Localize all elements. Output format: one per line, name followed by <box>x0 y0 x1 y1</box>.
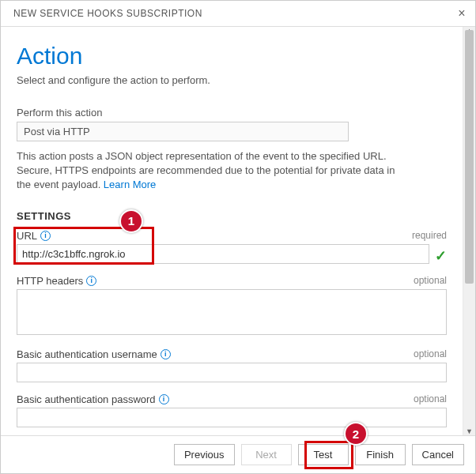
perform-action-label: Perform this action <box>17 107 447 118</box>
action-description-text: This action posts a JSON object represen… <box>17 150 395 190</box>
perform-action-value[interactable]: Post via HTTP <box>17 122 349 141</box>
info-icon[interactable]: i <box>40 231 51 241</box>
auth-user-input[interactable] <box>17 363 447 382</box>
url-input[interactable] <box>17 244 429 264</box>
cancel-button[interactable]: Cancel <box>412 444 464 465</box>
settings-heading: SETTINGS <box>17 210 447 222</box>
dialog-titlebar: NEW SERVICE HOOKS SUBSCRIPTION × <box>1 1 475 27</box>
scrollbar[interactable]: ▲ ▼ <box>463 27 475 435</box>
info-icon[interactable]: i <box>161 349 171 359</box>
dialog-content: Action Select and configure the action t… <box>1 27 463 435</box>
learn-more-link[interactable]: Learn More <box>104 179 156 190</box>
optional-tag: optional <box>414 275 447 286</box>
headers-input[interactable] <box>17 289 447 335</box>
optional-tag: optional <box>414 348 447 359</box>
test-button[interactable]: Test <box>298 444 349 465</box>
headers-row: HTTP headers i optional <box>17 275 447 337</box>
close-icon[interactable]: × <box>458 7 466 20</box>
scrollbar-thumb[interactable] <box>465 30 474 284</box>
auth-user-label: Basic authentication username <box>17 348 157 360</box>
optional-tag: optional <box>414 393 447 404</box>
dialog-title: NEW SERVICE HOOKS SUBSCRIPTION <box>13 8 202 19</box>
next-button: Next <box>241 444 292 465</box>
action-description: This action posts a JSON object represen… <box>17 149 396 193</box>
info-icon[interactable]: i <box>159 394 169 404</box>
scroll-down-icon[interactable]: ▼ <box>463 427 475 435</box>
required-tag: required <box>412 230 447 241</box>
auth-pass-label: Basic authentication password <box>17 393 156 405</box>
page-subtitle: Select and configure the action to perfo… <box>17 74 447 86</box>
auth-pass-row: Basic authentication password i optional <box>17 393 447 427</box>
headers-label: HTTP headers <box>17 275 83 287</box>
page-title: Action <box>17 43 447 70</box>
auth-pass-input[interactable] <box>17 408 447 427</box>
finish-button[interactable]: Finish <box>355 444 406 465</box>
info-icon[interactable]: i <box>86 276 96 286</box>
url-row: URL i required ✓ 1 <box>17 230 447 264</box>
previous-button[interactable]: Previous <box>174 444 235 465</box>
dialog-footer: Previous Next Test Finish Cancel 2 <box>1 435 475 473</box>
checkmark-icon: ✓ <box>435 247 447 265</box>
url-label: URL <box>17 230 37 242</box>
auth-user-row: Basic authentication username i optional <box>17 348 447 382</box>
